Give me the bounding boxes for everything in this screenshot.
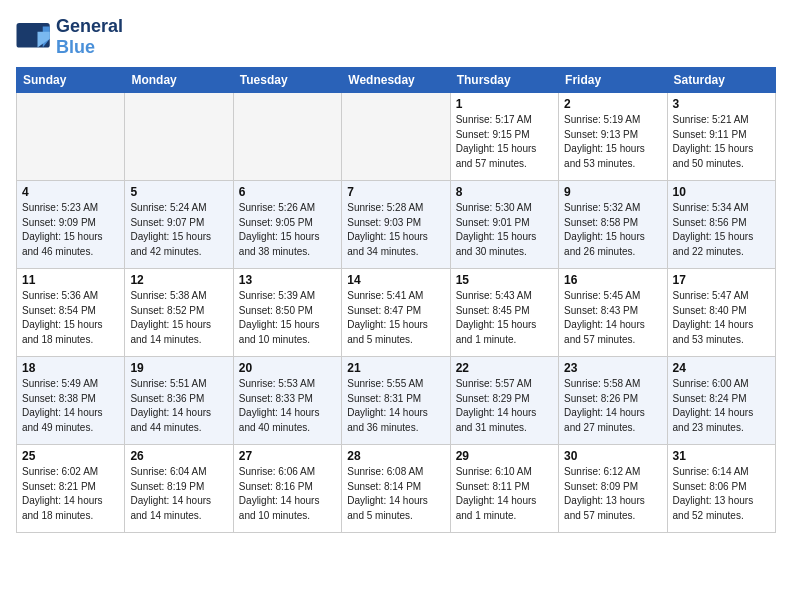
day-number: 15 [456, 273, 553, 287]
calendar-week-row: 11Sunrise: 5:36 AM Sunset: 8:54 PM Dayli… [17, 269, 776, 357]
calendar-day-cell: 15Sunrise: 5:43 AM Sunset: 8:45 PM Dayli… [450, 269, 558, 357]
day-number: 30 [564, 449, 661, 463]
calendar-day-cell [233, 93, 341, 181]
day-info: Sunrise: 6:06 AM Sunset: 8:16 PM Dayligh… [239, 465, 336, 523]
calendar-day-cell: 2Sunrise: 5:19 AM Sunset: 9:13 PM Daylig… [559, 93, 667, 181]
day-info: Sunrise: 6:02 AM Sunset: 8:21 PM Dayligh… [22, 465, 119, 523]
day-info: Sunrise: 5:55 AM Sunset: 8:31 PM Dayligh… [347, 377, 444, 435]
day-number: 19 [130, 361, 227, 375]
day-number: 24 [673, 361, 770, 375]
day-number: 3 [673, 97, 770, 111]
logo: General Blue [16, 16, 123, 57]
weekday-header: Saturday [667, 68, 775, 93]
day-number: 31 [673, 449, 770, 463]
day-info: Sunrise: 6:00 AM Sunset: 8:24 PM Dayligh… [673, 377, 770, 435]
day-number: 28 [347, 449, 444, 463]
weekday-header: Tuesday [233, 68, 341, 93]
day-number: 4 [22, 185, 119, 199]
calendar-day-cell: 5Sunrise: 5:24 AM Sunset: 9:07 PM Daylig… [125, 181, 233, 269]
day-info: Sunrise: 6:12 AM Sunset: 8:09 PM Dayligh… [564, 465, 661, 523]
day-info: Sunrise: 6:08 AM Sunset: 8:14 PM Dayligh… [347, 465, 444, 523]
day-info: Sunrise: 5:58 AM Sunset: 8:26 PM Dayligh… [564, 377, 661, 435]
day-number: 29 [456, 449, 553, 463]
calendar-day-cell: 30Sunrise: 6:12 AM Sunset: 8:09 PM Dayli… [559, 445, 667, 533]
calendar-day-cell: 1Sunrise: 5:17 AM Sunset: 9:15 PM Daylig… [450, 93, 558, 181]
day-info: Sunrise: 5:19 AM Sunset: 9:13 PM Dayligh… [564, 113, 661, 171]
day-info: Sunrise: 5:39 AM Sunset: 8:50 PM Dayligh… [239, 289, 336, 347]
calendar-day-cell: 7Sunrise: 5:28 AM Sunset: 9:03 PM Daylig… [342, 181, 450, 269]
day-info: Sunrise: 5:32 AM Sunset: 8:58 PM Dayligh… [564, 201, 661, 259]
weekday-header: Sunday [17, 68, 125, 93]
calendar-day-cell: 17Sunrise: 5:47 AM Sunset: 8:40 PM Dayli… [667, 269, 775, 357]
day-info: Sunrise: 5:45 AM Sunset: 8:43 PM Dayligh… [564, 289, 661, 347]
calendar-day-cell: 23Sunrise: 5:58 AM Sunset: 8:26 PM Dayli… [559, 357, 667, 445]
day-number: 17 [673, 273, 770, 287]
day-info: Sunrise: 6:04 AM Sunset: 8:19 PM Dayligh… [130, 465, 227, 523]
calendar-header-row: SundayMondayTuesdayWednesdayThursdayFrid… [17, 68, 776, 93]
day-info: Sunrise: 5:28 AM Sunset: 9:03 PM Dayligh… [347, 201, 444, 259]
day-info: Sunrise: 5:34 AM Sunset: 8:56 PM Dayligh… [673, 201, 770, 259]
day-info: Sunrise: 5:47 AM Sunset: 8:40 PM Dayligh… [673, 289, 770, 347]
calendar-week-row: 1Sunrise: 5:17 AM Sunset: 9:15 PM Daylig… [17, 93, 776, 181]
calendar-day-cell: 26Sunrise: 6:04 AM Sunset: 8:19 PM Dayli… [125, 445, 233, 533]
day-info: Sunrise: 5:26 AM Sunset: 9:05 PM Dayligh… [239, 201, 336, 259]
calendar-day-cell: 10Sunrise: 5:34 AM Sunset: 8:56 PM Dayli… [667, 181, 775, 269]
day-info: Sunrise: 5:49 AM Sunset: 8:38 PM Dayligh… [22, 377, 119, 435]
day-info: Sunrise: 5:53 AM Sunset: 8:33 PM Dayligh… [239, 377, 336, 435]
day-number: 8 [456, 185, 553, 199]
day-number: 26 [130, 449, 227, 463]
day-info: Sunrise: 5:21 AM Sunset: 9:11 PM Dayligh… [673, 113, 770, 171]
calendar-day-cell: 16Sunrise: 5:45 AM Sunset: 8:43 PM Dayli… [559, 269, 667, 357]
day-number: 16 [564, 273, 661, 287]
calendar-day-cell: 24Sunrise: 6:00 AM Sunset: 8:24 PM Dayli… [667, 357, 775, 445]
calendar-day-cell: 20Sunrise: 5:53 AM Sunset: 8:33 PM Dayli… [233, 357, 341, 445]
weekday-header: Monday [125, 68, 233, 93]
calendar-day-cell: 6Sunrise: 5:26 AM Sunset: 9:05 PM Daylig… [233, 181, 341, 269]
day-info: Sunrise: 6:14 AM Sunset: 8:06 PM Dayligh… [673, 465, 770, 523]
weekday-header: Thursday [450, 68, 558, 93]
calendar-day-cell [342, 93, 450, 181]
day-number: 11 [22, 273, 119, 287]
calendar-day-cell: 27Sunrise: 6:06 AM Sunset: 8:16 PM Dayli… [233, 445, 341, 533]
day-number: 1 [456, 97, 553, 111]
calendar-day-cell: 29Sunrise: 6:10 AM Sunset: 8:11 PM Dayli… [450, 445, 558, 533]
day-number: 7 [347, 185, 444, 199]
calendar-day-cell [125, 93, 233, 181]
calendar-week-row: 4Sunrise: 5:23 AM Sunset: 9:09 PM Daylig… [17, 181, 776, 269]
calendar-day-cell: 4Sunrise: 5:23 AM Sunset: 9:09 PM Daylig… [17, 181, 125, 269]
calendar-day-cell: 28Sunrise: 6:08 AM Sunset: 8:14 PM Dayli… [342, 445, 450, 533]
day-number: 12 [130, 273, 227, 287]
calendar-week-row: 25Sunrise: 6:02 AM Sunset: 8:21 PM Dayli… [17, 445, 776, 533]
day-number: 20 [239, 361, 336, 375]
calendar-day-cell: 11Sunrise: 5:36 AM Sunset: 8:54 PM Dayli… [17, 269, 125, 357]
calendar-table: SundayMondayTuesdayWednesdayThursdayFrid… [16, 67, 776, 533]
day-number: 27 [239, 449, 336, 463]
day-number: 9 [564, 185, 661, 199]
day-info: Sunrise: 5:30 AM Sunset: 9:01 PM Dayligh… [456, 201, 553, 259]
calendar-day-cell: 25Sunrise: 6:02 AM Sunset: 8:21 PM Dayli… [17, 445, 125, 533]
day-info: Sunrise: 5:36 AM Sunset: 8:54 PM Dayligh… [22, 289, 119, 347]
calendar-day-cell: 12Sunrise: 5:38 AM Sunset: 8:52 PM Dayli… [125, 269, 233, 357]
day-info: Sunrise: 5:24 AM Sunset: 9:07 PM Dayligh… [130, 201, 227, 259]
calendar-day-cell: 19Sunrise: 5:51 AM Sunset: 8:36 PM Dayli… [125, 357, 233, 445]
day-info: Sunrise: 5:57 AM Sunset: 8:29 PM Dayligh… [456, 377, 553, 435]
day-info: Sunrise: 5:38 AM Sunset: 8:52 PM Dayligh… [130, 289, 227, 347]
calendar-day-cell: 22Sunrise: 5:57 AM Sunset: 8:29 PM Dayli… [450, 357, 558, 445]
day-number: 13 [239, 273, 336, 287]
day-info: Sunrise: 6:10 AM Sunset: 8:11 PM Dayligh… [456, 465, 553, 523]
day-number: 25 [22, 449, 119, 463]
day-number: 21 [347, 361, 444, 375]
day-info: Sunrise: 5:23 AM Sunset: 9:09 PM Dayligh… [22, 201, 119, 259]
weekday-header: Wednesday [342, 68, 450, 93]
calendar-day-cell: 14Sunrise: 5:41 AM Sunset: 8:47 PM Dayli… [342, 269, 450, 357]
day-info: Sunrise: 5:41 AM Sunset: 8:47 PM Dayligh… [347, 289, 444, 347]
logo-text: General Blue [56, 16, 123, 57]
page-header: General Blue [16, 16, 776, 57]
calendar-day-cell: 8Sunrise: 5:30 AM Sunset: 9:01 PM Daylig… [450, 181, 558, 269]
calendar-day-cell: 9Sunrise: 5:32 AM Sunset: 8:58 PM Daylig… [559, 181, 667, 269]
day-number: 6 [239, 185, 336, 199]
weekday-header: Friday [559, 68, 667, 93]
calendar-day-cell: 3Sunrise: 5:21 AM Sunset: 9:11 PM Daylig… [667, 93, 775, 181]
day-info: Sunrise: 5:51 AM Sunset: 8:36 PM Dayligh… [130, 377, 227, 435]
calendar-day-cell: 18Sunrise: 5:49 AM Sunset: 8:38 PM Dayli… [17, 357, 125, 445]
